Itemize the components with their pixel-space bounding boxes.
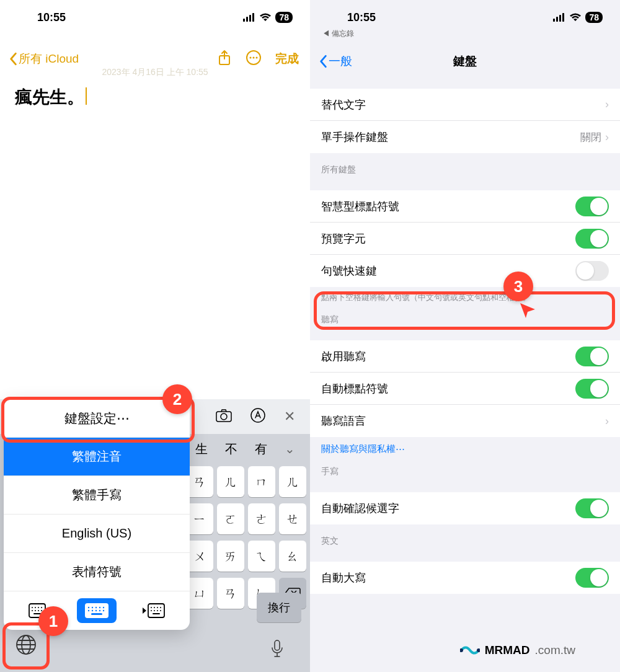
row-enable-dictation[interactable]: 啟用聽寫 [310, 340, 620, 373]
status-bar: 10:55 78 [0, 0, 310, 30]
more-icon[interactable] [246, 50, 262, 68]
row-label: 聽寫語言 [321, 413, 366, 428]
back-button[interactable]: 所有 iCloud [9, 51, 79, 67]
watermark-domain: .com.tw [535, 643, 575, 657]
toggle[interactable] [575, 261, 609, 281]
svg-point-26 [95, 607, 97, 608]
svg-rect-44 [153, 613, 160, 614]
keyboard-right-icon[interactable] [133, 598, 173, 623]
row-label: 替代文字 [321, 97, 366, 112]
key[interactable]: ㄇ [248, 466, 275, 497]
toggle[interactable] [575, 568, 609, 588]
key[interactable]: ㄟ [248, 541, 275, 572]
keyboard-option[interactable]: 繁體手寫 [4, 476, 190, 515]
mic-icon[interactable] [270, 640, 284, 661]
svg-point-17 [41, 607, 42, 608]
settings-content[interactable]: 替代文字› 單手操作鍵盤關閉› 所有鍵盤 智慧型標點符號 預覽字元 句號快速鍵 … [310, 89, 620, 606]
key[interactable]: ㄢ [186, 466, 213, 497]
row-label: 單手操作鍵盤 [321, 130, 388, 144]
svg-point-18 [32, 610, 33, 611]
row-label: 預覽字元 [321, 231, 366, 246]
key[interactable]: ㄨ [186, 541, 213, 572]
key[interactable]: ㄠ [279, 541, 306, 572]
svg-rect-48 [556, 17, 558, 22]
note-date: 2023年 4月16日 上午 10:55 [0, 67, 310, 78]
row-smart-punctuation[interactable]: 智慧型標點符號 [310, 190, 620, 223]
wifi-icon [259, 13, 272, 22]
row-label: 自動大寫 [321, 570, 366, 585]
group-footer: 點兩下空格鍵將輸入句號（中文句號或英文句點和空格）。 [310, 287, 620, 303]
text-cursor [86, 87, 87, 105]
group-header: 所有鍵盤 [310, 153, 620, 179]
svg-rect-49 [559, 15, 561, 22]
svg-point-32 [99, 610, 100, 611]
key[interactable]: ㄜ [248, 503, 275, 534]
key[interactable]: ㄢ [217, 578, 244, 609]
keyboard-full-icon[interactable] [77, 598, 117, 623]
toggle[interactable] [575, 498, 609, 518]
settings-screen: 10:55 78 ◀ 備忘錄 一般 鍵盤 替代文字› 單手操作鍵盤關閉› 所有鍵… [310, 0, 620, 672]
svg-rect-2 [249, 15, 251, 22]
suggestion[interactable]: 生 [187, 441, 216, 458]
toggle[interactable] [575, 379, 609, 399]
back-to-app[interactable]: ◀ 備忘錄 [310, 29, 620, 39]
watermark: MRMAD.com.tw [460, 643, 575, 657]
settings-group: 自動大寫 [310, 562, 620, 594]
row-period-shortcut[interactable]: 句號快速鍵 [310, 255, 620, 287]
watermark-brand: MRMAD [485, 643, 530, 657]
row-one-handed[interactable]: 單手操作鍵盤關閉› [310, 121, 620, 153]
cellular-signal-icon [553, 13, 565, 22]
key[interactable]: ㄦ [217, 466, 244, 497]
svg-point-31 [95, 610, 97, 611]
keyboard-option[interactable]: English (US) [4, 515, 190, 553]
row-text-replacement[interactable]: 替代文字› [310, 89, 620, 121]
svg-rect-35 [148, 604, 164, 617]
row-auto-capitalize[interactable]: 自動大寫 [310, 562, 620, 594]
toggle[interactable] [575, 347, 609, 366]
return-key[interactable]: 換行 [257, 593, 301, 622]
suggestion[interactable]: 不 [216, 441, 246, 458]
globe-icon[interactable] [16, 634, 37, 658]
row-auto-confirm[interactable]: 自動確認候選字 [310, 492, 620, 524]
row-dictation-language[interactable]: 聽寫語言› [310, 405, 620, 437]
status-time: 10:55 [347, 11, 376, 24]
svg-rect-0 [243, 19, 245, 22]
suggestion-expand-icon[interactable]: ⌄ [276, 441, 304, 456]
row-auto-punctuation[interactable]: 自動標點符號 [310, 373, 620, 405]
notes-screen: 10:55 78 所有 iCloud 完成 2023年 4月16日 上午 10:… [0, 0, 310, 672]
svg-point-14 [32, 607, 33, 608]
nav-title: 鍵盤 [310, 53, 620, 69]
key[interactable]: ㄞ [217, 541, 244, 572]
done-button[interactable]: 完成 [275, 51, 299, 67]
status-icons: 78 [243, 12, 293, 23]
note-content[interactable]: 瘋先生。 [0, 78, 310, 117]
keyboard-settings-button[interactable]: 鍵盤設定⋯ [4, 399, 190, 438]
share-icon[interactable] [217, 50, 232, 68]
key[interactable]: ㄩ [186, 578, 213, 609]
svg-point-25 [92, 607, 93, 608]
svg-point-37 [154, 607, 155, 608]
settings-group: 替代文字› 單手操作鍵盤關閉› [310, 89, 620, 153]
keyboard-switcher-popup: 鍵盤設定⋯ 繁體注音 繁體手寫 English (US) 表情符號 [4, 399, 190, 630]
keyboard-option[interactable]: 繁體注音 [4, 438, 190, 476]
svg-point-36 [151, 607, 152, 608]
svg-rect-3 [252, 13, 254, 22]
dictation-privacy-link[interactable]: 關於聽寫與隱私權⋯ [310, 437, 620, 455]
svg-rect-1 [246, 17, 248, 22]
toggle[interactable] [575, 229, 609, 249]
camera-icon[interactable] [216, 409, 232, 425]
svg-point-33 [103, 610, 104, 611]
key[interactable]: ㄦ [279, 466, 306, 497]
handwriting-icon[interactable] [250, 408, 265, 426]
cursor-arrow-icon [518, 301, 537, 322]
keyboard-option[interactable]: 表情符號 [4, 553, 190, 591]
key[interactable]: ㄛ [217, 503, 244, 534]
svg-point-43 [160, 610, 161, 611]
suggestion[interactable]: 有 [246, 441, 276, 458]
key[interactable]: ㄧ [186, 503, 213, 534]
row-character-preview[interactable]: 預覽字元 [310, 223, 620, 255]
key[interactable]: ㄝ [279, 503, 306, 534]
close-icon[interactable]: ✕ [284, 409, 295, 425]
toggle[interactable] [575, 197, 609, 216]
svg-point-8 [256, 57, 258, 59]
